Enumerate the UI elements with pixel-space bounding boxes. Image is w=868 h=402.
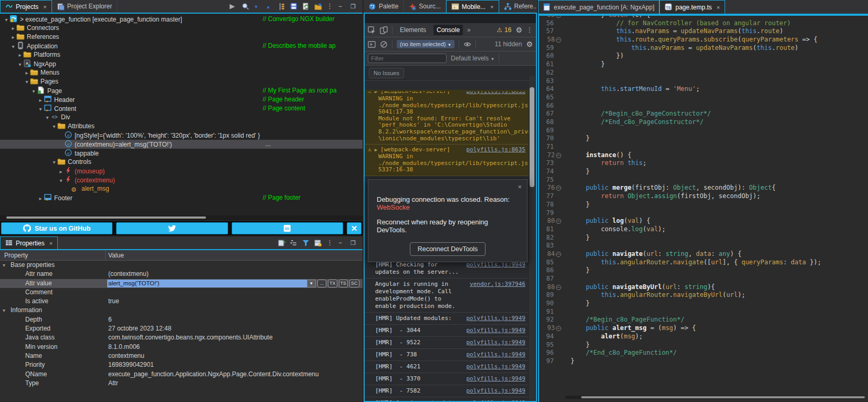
console-log-row[interactable]: [HMR] - 738polyfills.js:9949 — [365, 349, 529, 361]
tree-node[interactable]: a[ngStyle]={'width': '100%', 'height': '… — [0, 131, 363, 140]
source-link[interactable]: polyfills.js:9949 — [466, 339, 525, 346]
warnings-badge[interactable]: ⚠16 — [497, 26, 511, 34]
tree-node[interactable]: ▸+Footer// Page footer — [0, 193, 363, 202]
expander-icon[interactable]: ▾ — [51, 122, 57, 131]
value-editor-button-tx[interactable]: TX — [328, 280, 337, 287]
context-selector-dropdown[interactable]: (no item selected) ▼ — [397, 40, 454, 48]
property-row[interactable]: QNameexecute_page_function.Application.N… — [0, 370, 363, 379]
tree-node[interactable]: ▾Attributes — [0, 122, 363, 131]
source-link[interactable]: polyfills.js:9949 — [466, 261, 525, 276]
more-tabs-icon[interactable]: » — [467, 26, 471, 34]
line-number-gutter[interactable]: 69 — [539, 127, 563, 135]
line-number-gutter[interactable]: 81 — [539, 225, 563, 234]
expander-icon[interactable]: ▾ — [58, 176, 64, 185]
value-editor-button-dotdotdot[interactable]: ... — [317, 280, 326, 287]
expander-icon[interactable]: ▾ — [3, 15, 9, 24]
fold-collapse-icon[interactable]: − — [556, 285, 561, 290]
expander-icon[interactable]: ▸ — [37, 194, 44, 203]
fold-collapse-icon[interactable]: − — [556, 185, 561, 191]
property-row[interactable]: Is activetrue — [0, 297, 363, 306]
line-number-gutter[interactable]: 95 — [539, 341, 563, 349]
line-number-gutter[interactable]: 67 — [539, 110, 563, 118]
line-number-gutter[interactable]: 89 — [539, 291, 563, 300]
tree-node[interactable]: ▾Application// Describes the mobile ap — [0, 42, 363, 50]
refresh-icon[interactable] — [302, 3, 310, 11]
line-number-gutter[interactable]: 94 — [539, 333, 563, 341]
line-number-gutter[interactable]: 66 — [539, 102, 563, 110]
tree-node[interactable]: ▸+Header// Page header — [0, 95, 363, 104]
expand-arrow-icon[interactable]: ▶ — [375, 91, 377, 96]
source-link[interactable]: polyfills.js:9949 — [466, 327, 525, 334]
fold-collapse-icon[interactable]: − — [556, 326, 561, 331]
close-icon[interactable]: × — [490, 4, 493, 10]
console-log-row[interactable]: [HMR] Updated modules:polyfills.js:9949 — [365, 313, 529, 325]
tree-node[interactable]: ▾> execute_page_function [execute_page_f… — [0, 15, 363, 24]
line-number-gutter[interactable]: 78 — [539, 201, 563, 209]
line-number-gutter[interactable]: 76− — [539, 184, 563, 192]
console-warning[interactable]: ⚠▶[webpack-dev-server]polyfills.js:8635W… — [365, 145, 529, 176]
tree-node[interactable]: ▸Platforms — [0, 50, 363, 59]
line-number-gutter[interactable]: 80− — [539, 217, 563, 225]
kebab-menu-icon[interactable]: ⋮ — [526, 27, 533, 33]
tree-node[interactable]: ▾+Content// Page content — [0, 104, 363, 113]
fold-collapse-icon[interactable]: − — [556, 252, 561, 257]
line-number-gutter[interactable]: 58− — [539, 36, 563, 44]
expander-icon[interactable]: ▸ — [10, 33, 16, 42]
tree-node[interactable]: ▾Controls — [0, 158, 363, 167]
source-link[interactable]: polyfills.js:9949 — [466, 315, 525, 322]
property-row[interactable]: Attr valuealert_msg('TOTO!')▼...TXTSSC — [0, 279, 363, 288]
tab-properties[interactable]: Properties × — [0, 236, 58, 249]
close-icon[interactable]: × — [717, 4, 720, 11]
value-editor-button-sc[interactable]: SC — [349, 280, 359, 287]
line-number-gutter[interactable]: 90 — [539, 300, 563, 308]
dialog-close-icon[interactable]: × — [518, 183, 522, 191]
source-link[interactable]: polyfills.js:8635 — [466, 91, 525, 96]
property-row[interactable]: Attr name(contextmenu) — [0, 270, 363, 279]
tab-execute-page-function[interactable]: execute_page_function [A: NgxApp] — [538, 0, 659, 14]
expander-icon[interactable]: ▾ — [51, 158, 57, 167]
property-category-row[interactable]: ▾Information — [0, 306, 363, 315]
linkedin-button[interactable]: in — [232, 222, 343, 234]
line-number-gutter[interactable]: 62 — [539, 69, 563, 77]
reconnect-devtools-button[interactable]: Reconnect DevTools — [410, 242, 486, 256]
devtools-tab-elements[interactable]: Elements — [397, 25, 429, 35]
expander-icon[interactable]: ▸ — [37, 96, 44, 105]
inspect-element-icon[interactable] — [368, 26, 376, 34]
line-number-gutter[interactable]: 59 — [539, 44, 563, 53]
line-number-gutter[interactable]: 96 — [539, 349, 563, 357]
log-levels-dropdown[interactable]: Default levels ▼ — [451, 55, 494, 62]
console-log-row[interactable]: [HMR] App is up to date.polyfills.js:994… — [365, 397, 529, 401]
line-number-gutter[interactable]: 83 — [539, 242, 563, 250]
tab-sourc[interactable]: Sourc... — [404, 0, 446, 13]
line-number-gutter[interactable]: 75 — [539, 176, 563, 184]
tab-project-explorer[interactable]: Project Explorer — [52, 0, 117, 13]
console-log-row[interactable]: [HMR] - 3044polyfills.js:9949 — [365, 325, 529, 337]
twitter-button[interactable] — [116, 222, 228, 234]
property-row[interactable]: Min version8.1.0.m006 — [0, 343, 363, 352]
github-star-button[interactable]: Star us on GitHub — [1, 222, 112, 234]
fold-collapse-icon[interactable]: − — [556, 15, 561, 18]
line-number-gutter[interactable]: 91 — [539, 308, 563, 316]
line-number-gutter[interactable]: 97 — [539, 357, 563, 366]
console-log-row[interactable]: [HMR] - 3370polyfills.js:9949 — [365, 373, 529, 385]
advanced-properties-icon[interactable] — [314, 239, 322, 247]
line-number-gutter[interactable]: 68 — [539, 118, 563, 127]
tree-node[interactable]: a(contextmenu)=alert_msg('TOTO!')... — [0, 140, 363, 149]
tab-mobile[interactable]: Mobile...× — [446, 0, 499, 13]
expander-icon[interactable]: ▾ — [10, 42, 16, 51]
tree-node[interactable]: ▸Menus — [0, 68, 363, 77]
deploy-icon[interactable] — [314, 3, 322, 11]
line-number-gutter[interactable]: 73 — [539, 159, 563, 168]
line-number-gutter[interactable]: 87 — [539, 275, 563, 283]
line-number-gutter[interactable]: 64 — [539, 85, 563, 94]
line-number-gutter[interactable]: 63 — [539, 77, 563, 86]
source-link[interactable]: polyfills.js:9949 — [466, 363, 525, 370]
save-all-icon[interactable] — [290, 3, 298, 11]
source-link[interactable]: polyfills.js:8635 — [466, 146, 525, 153]
sort-down-icon[interactable]: ▼ — [254, 3, 262, 11]
tree-node[interactable]: ▾Page// My First Page as root pa — [0, 86, 363, 95]
line-number-gutter[interactable]: 60 — [539, 52, 563, 60]
line-number-gutter[interactable]: 61 — [539, 60, 563, 69]
console-log-row[interactable]: [HMR] - 7582polyfills.js:9949 — [365, 385, 529, 397]
source-link[interactable]: polyfills.js:9949 — [466, 375, 525, 383]
